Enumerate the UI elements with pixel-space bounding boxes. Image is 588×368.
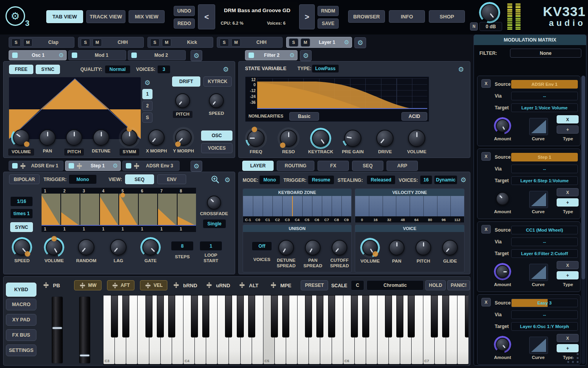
knob-symm[interactable] [121, 129, 138, 146]
black-key[interactable] [111, 295, 118, 337]
black-key[interactable] [168, 295, 175, 337]
layer-tab-gear-icon[interactable] [344, 40, 349, 45]
perf-mpe-drag-icon[interactable] [270, 282, 277, 289]
mod-amount-knob[interactable] [496, 192, 509, 205]
master-volume-knob[interactable] [481, 4, 498, 21]
perf-alt-drag-icon[interactable] [239, 282, 246, 289]
black-key[interactable] [316, 295, 323, 337]
quality-value[interactable]: Normal [105, 65, 131, 74]
wave-slot-1-button[interactable]: 1 [142, 89, 152, 99]
tab-fx[interactable]: FX [318, 161, 349, 171]
mod-source-value[interactable]: CC1 (Mod Wheel) [511, 226, 578, 234]
mod-curve-selector[interactable] [529, 264, 548, 281]
step-value[interactable]: 1 [42, 226, 60, 232]
knob-pre-gain[interactable] [344, 130, 361, 147]
mod-curve-selector[interactable] [529, 191, 548, 208]
sidebar-xy-pad-button[interactable]: XY PAD [6, 314, 36, 326]
env-settings-gear-icon[interactable] [222, 175, 232, 185]
seq-step-1[interactable] [42, 194, 60, 226]
knob-pan[interactable] [389, 240, 405, 256]
knob-pitch[interactable] [66, 129, 82, 146]
perf-vel-control[interactable]: VEL [140, 280, 167, 290]
nonlinearities-basic-button[interactable]: Basic [289, 112, 319, 121]
step-value[interactable]: 1 [61, 226, 80, 232]
env-enable-checkbox[interactable] [69, 163, 74, 169]
zoom-icon[interactable] [211, 175, 220, 184]
acid-button[interactable]: ACID [401, 112, 427, 121]
knob-detune[interactable] [93, 129, 109, 146]
velocity-zone-area[interactable] [355, 196, 464, 216]
mod-type-plus-button[interactable]: + [557, 271, 579, 279]
solo-button[interactable]: S [11, 38, 21, 47]
knob-reso[interactable] [280, 130, 297, 147]
knob-pan-spread[interactable] [305, 240, 321, 256]
knob-pitch[interactable] [416, 240, 431, 256]
preset-name[interactable]: DRM Bass and Groove GD [216, 7, 298, 13]
env-trigger-value[interactable]: Mono [69, 174, 97, 184]
env-enable-checkbox[interactable] [126, 163, 131, 169]
perf-urnd-drag-icon[interactable] [206, 282, 213, 289]
step-value[interactable]: 1 [100, 226, 119, 232]
osc-settings-gear-icon[interactable] [221, 64, 231, 74]
mod-wheel-thumb[interactable] [80, 355, 89, 356]
black-key[interactable] [442, 295, 449, 337]
filter-tabs-gear-icon[interactable] [300, 50, 312, 61]
mod-scrollbar-thumb[interactable] [581, 76, 585, 279]
preset-prev-button[interactable]: < [198, 4, 215, 29]
waveform-gear-icon[interactable] [142, 78, 152, 87]
mod-source-value[interactable]: Easy 3 [511, 299, 578, 307]
solo-button[interactable]: S [289, 38, 298, 47]
mute-button[interactable]: M [23, 38, 33, 47]
mod-slot-remove-button[interactable]: X [481, 225, 491, 234]
mute-button[interactable]: M [93, 38, 102, 47]
osc-tab-gear-icon[interactable] [59, 53, 64, 58]
preset-perf-button[interactable]: PRESET [301, 280, 328, 290]
knob-pan[interactable] [39, 129, 56, 146]
step-value[interactable]: 1 [178, 226, 196, 232]
layer-settings-gear-icon[interactable] [354, 37, 366, 48]
seq-view-button[interactable]: SEQ [125, 174, 154, 184]
wave-slot-2-button[interactable]: 2 [142, 101, 152, 111]
view-tab-tab-view[interactable]: TAB VIEW [46, 10, 83, 23]
env-tab-gear-icon[interactable] [113, 163, 118, 169]
view-tab-mix-view[interactable]: MIX VIEW [129, 10, 165, 23]
step-sequencer[interactable]: 12345678 11111111 [42, 188, 196, 232]
normalize-button[interactable]: N [470, 22, 478, 31]
black-key[interactable] [465, 295, 468, 337]
black-key[interactable] [237, 295, 244, 337]
tab-osc-1[interactable]: Osc 1 [9, 50, 67, 60]
mod-via-value[interactable]: -- [511, 310, 578, 319]
layer-settings-gear-icon2[interactable] [458, 175, 468, 185]
seq-step-4[interactable] [100, 194, 119, 226]
mod-curve-selector[interactable] [529, 337, 548, 354]
black-key[interactable] [396, 295, 403, 337]
tab-seq[interactable]: SEQ [352, 161, 383, 171]
knob-volume[interactable] [362, 240, 378, 256]
seq-step-handle[interactable] [120, 193, 125, 198]
black-key[interactable] [362, 295, 369, 337]
black-key[interactable] [351, 295, 358, 337]
tab-mod-1[interactable]: Mod 1 [68, 50, 126, 60]
tab-adsr-env-1[interactable]: ADSR Env 1 [9, 161, 64, 171]
black-key[interactable] [271, 295, 278, 337]
osc-view-button[interactable]: OSC [201, 131, 232, 141]
nav-shop-button[interactable]: SHOP [429, 10, 465, 23]
mod-via-value[interactable]: -- [511, 237, 578, 246]
seq-step-2[interactable] [61, 194, 80, 226]
tab-arp[interactable]: ARP [387, 161, 418, 171]
panic-button[interactable]: PANIC! [447, 280, 470, 290]
knob-keytrack[interactable] [312, 130, 329, 147]
loop-start-value[interactable]: 1 [200, 241, 222, 251]
knob-speed[interactable] [209, 93, 224, 108]
master-volume-readout[interactable]: 0 dB [479, 22, 502, 31]
seq-step-8[interactable] [178, 194, 196, 226]
keyboard-zone-marker[interactable] [292, 196, 293, 216]
env-tabs-gear-icon[interactable] [191, 161, 202, 172]
black-key[interactable] [122, 295, 129, 337]
step-value[interactable]: 1 [158, 226, 177, 232]
mod-target-value[interactable]: Layer 6:Osc 1:Y Morph [511, 322, 578, 331]
preset-next-button[interactable]: > [299, 4, 315, 29]
mod-slot-remove-button[interactable]: X [481, 298, 491, 306]
mod-via-value[interactable]: -- [511, 165, 578, 173]
velocity-zone[interactable]: VELOCITY ZONE 0163248648096112 [355, 189, 465, 223]
